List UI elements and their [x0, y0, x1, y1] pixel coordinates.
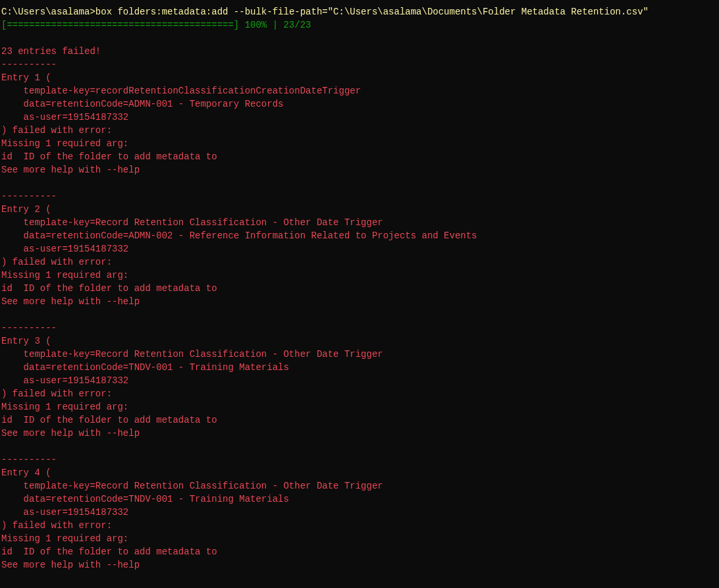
terminal-line: data=retentionCode=ADMN-001 - Temporary … — [1, 97, 718, 111]
terminal-line: template-key=Record Retention Classifica… — [1, 479, 718, 493]
terminal-line: Missing 1 required arg: — [1, 400, 718, 414]
terminal-line: Entry 1 ( — [1, 71, 718, 84]
terminal-line: ) failed with error: — [1, 255, 718, 269]
terminal-line: id ID of the folder to add metadata to — [1, 545, 718, 558]
terminal-blank-line — [1, 176, 718, 190]
terminal-line: data=retentionCode=TNDV-001 - Training M… — [1, 493, 718, 506]
terminal-line: ---------- — [1, 453, 718, 466]
terminal-line: See more help with --help — [1, 295, 718, 308]
terminal-output[interactable]: C:\Users\asalama>box folders:metadata:ad… — [1, 5, 718, 572]
terminal-line: data=retentionCode=ADMN-002 - Reference … — [1, 229, 718, 242]
terminal-line: Missing 1 required arg: — [1, 532, 718, 545]
terminal-line: as-user=19154187332 — [1, 242, 718, 255]
terminal-line: template-key=recordRetentionClassificati… — [1, 84, 718, 97]
terminal-line: ---------- — [1, 321, 718, 334]
terminal-blank-line — [1, 308, 718, 321]
terminal-line: Entry 2 ( — [1, 203, 718, 216]
terminal-line: See more help with --help — [1, 163, 718, 176]
terminal-blank-line — [1, 440, 718, 453]
terminal-line: See more help with --help — [1, 558, 718, 572]
terminal-line: id ID of the folder to add metadata to — [1, 150, 718, 163]
terminal-line: [=======================================… — [1, 18, 718, 32]
terminal-line: Entry 4 ( — [1, 466, 718, 479]
terminal-line: Missing 1 required arg: — [1, 269, 718, 282]
terminal-line: ) failed with error: — [1, 387, 718, 400]
terminal-line: Entry 3 ( — [1, 334, 718, 348]
terminal-line: as-user=19154187332 — [1, 111, 718, 124]
terminal-line: as-user=19154187332 — [1, 506, 718, 519]
terminal-line: as-user=19154187332 — [1, 374, 718, 387]
terminal-line: C:\Users\asalama>box folders:metadata:ad… — [1, 5, 718, 18]
terminal-line: template-key=Record Retention Classifica… — [1, 348, 718, 361]
terminal-line: data=retentionCode=TNDV-001 - Training M… — [1, 361, 718, 374]
terminal-line: ---------- — [1, 190, 718, 203]
terminal-line: 23 entries failed! — [1, 45, 718, 58]
terminal-line: id ID of the folder to add metadata to — [1, 414, 718, 427]
terminal-line: See more help with --help — [1, 427, 718, 440]
terminal-line: ) failed with error: — [1, 519, 718, 532]
terminal-blank-line — [1, 32, 718, 45]
terminal-line: ) failed with error: — [1, 124, 718, 137]
terminal-line: id ID of the folder to add metadata to — [1, 282, 718, 295]
terminal-line: ---------- — [1, 58, 718, 71]
terminal-line: template-key=Record Retention Classifica… — [1, 216, 718, 229]
terminal-line: Missing 1 required arg: — [1, 137, 718, 150]
